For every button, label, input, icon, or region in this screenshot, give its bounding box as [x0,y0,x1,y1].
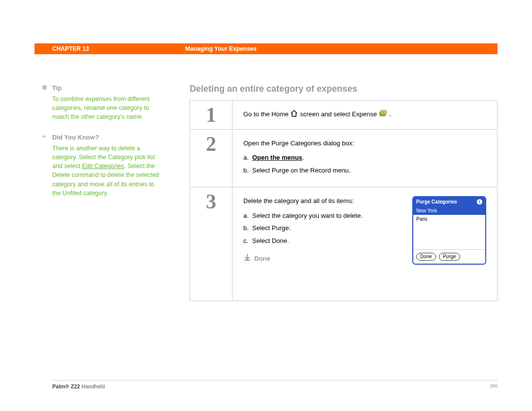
step1-text-a: Go to the Home [243,110,290,118]
step2-lead: Open the Purge Categories dialog box: [243,138,486,148]
step-1-body: Go to the Home screen and select Expense… [233,101,497,129]
sub-text: Select Purge. [252,223,402,233]
sub-text: Select Done. [252,236,402,246]
svg-point-3 [382,111,384,113]
step-number: 2 [206,134,216,154]
step-2-body: Open the Purge Categories dialog box: a.… [233,130,497,187]
sub-text: Open the menus. [252,153,486,163]
step3-flex: Delete the category and all of its items… [243,196,486,265]
sidebar: ✱ Tip To combine expenses from different… [52,84,161,209]
substep-3c: c. Select Done. [243,236,402,246]
svg-point-0 [294,110,295,111]
sub-letter: b. [243,223,252,233]
list-item[interactable]: Paris [413,215,485,223]
brand: Palm® [52,383,69,389]
model: Z22 [70,383,80,389]
expense-icon [379,109,388,120]
home-icon [290,110,298,120]
sub-a-after: . [302,154,304,161]
step-2: 2 Open the Purge Categories dialog box: … [190,130,497,187]
done-row: Done [243,253,402,264]
chapter-label: CHAPTER 13 [52,45,185,52]
sub-letter: b. [243,166,252,175]
tip-body: To combine expenses from different categ… [52,95,161,121]
sub-text: Select Purge on the Record menu. [252,166,486,175]
page-footer: Palm® Z22 Handheld 200 [52,380,498,389]
step3-text: Delete the category and all of its items… [243,196,402,265]
sub-text: Select the category you want to delete. [252,211,402,221]
list-item[interactable]: New York [413,206,485,215]
substep-3b: b. Select Purge. [243,223,402,233]
step-1: 1 Go to the Home screen and select Expen… [190,101,497,129]
tip-block: ✱ Tip To combine expenses from different… [52,84,161,121]
step2-substeps: a. Open the menus. b. Select Purge on th… [243,153,486,175]
step-num-cell: 3 [190,187,233,301]
dialog-titlebar: Purge Categories i [413,197,485,206]
sub-letter: c. [243,236,252,246]
sub-letter: a. [243,153,252,163]
dyk-heading: Did You Know? [52,133,161,142]
plus-icon: + [41,132,49,140]
product-line: Palm® Z22 Handheld [52,383,105,389]
asterisk-icon: ✱ [41,84,49,92]
suffix: Handheld [82,383,105,389]
step1-text-c: . [389,110,391,118]
done-label: Done [254,254,270,264]
edit-categories-link[interactable]: Edit Categories [82,163,124,170]
step-num-cell: 1 [190,101,233,128]
substep-2a: a. Open the menus. [243,153,486,163]
step-3: 3 Delete the category and all of its ite… [190,187,497,301]
purge-button[interactable]: Purge [439,253,460,261]
dialog-title: Purge Categories [416,198,457,206]
page-heading: Deleting an entire category of expenses [190,84,498,94]
tip-heading: Tip [52,84,161,93]
done-button[interactable]: Done [416,253,436,261]
step3-lead: Delete the category and all of its items… [243,196,402,206]
step-num-cell: 2 [190,130,233,187]
page-number: 200 [490,383,498,389]
dialog-buttons: Done Purge [413,250,485,264]
purge-categories-dialog: Purge Categories i New York Paris Done P… [412,196,486,265]
open-menus-link[interactable]: Open the menus [252,154,302,161]
step1-text-b: screen and select Expense [300,110,379,118]
chapter-title: Managing Your Expenses [185,45,257,52]
step-number: 3 [206,191,216,212]
substep-2b: b. Select Purge on the Record menu. [243,166,486,175]
step-3-body: Delete the category and all of its items… [233,187,497,274]
chapter-header: CHAPTER 13 Managing Your Expenses [34,43,498,54]
category-list[interactable]: New York Paris [413,206,485,250]
main-content: Deleting an entire category of expenses … [190,84,498,301]
steps-box: 1 Go to the Home screen and select Expen… [190,100,498,301]
done-arrow-icon [243,253,251,264]
sub-letter: a. [243,211,252,221]
step3-substeps: a. Select the category you want to delet… [243,211,402,246]
dyk-body: There is another way to delete a categor… [52,144,161,198]
info-icon[interactable]: i [477,199,482,205]
substep-3a: a. Select the category you want to delet… [243,211,402,221]
did-you-know-block: + Did You Know? There is another way to … [52,133,161,198]
step-number: 1 [206,104,216,125]
